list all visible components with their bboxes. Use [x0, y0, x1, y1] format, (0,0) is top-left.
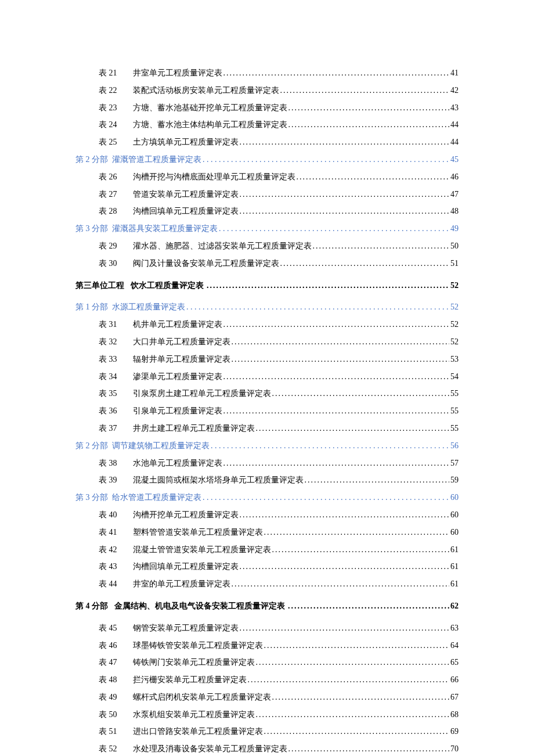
- toc-leader: [240, 135, 450, 149]
- toc-entry-title: 水处理及消毒设备安装单元工程质量评定表: [133, 742, 287, 756]
- toc-leader: [219, 222, 449, 236]
- toc-entry-prefix: 表 34: [99, 370, 127, 384]
- toc-entry-title: 金属结构、机电及电气设备安装工程质量评定表: [114, 599, 285, 613]
- toc-entry-page: 55: [450, 422, 459, 435]
- toc-entry: 表 25 土方填筑单元工程质量评定表44: [75, 135, 459, 149]
- toc-entry-title: 沟槽回填单元工程质量评定表: [133, 204, 239, 218]
- toc-entry-title: 给水管道工程质量评定表: [112, 491, 201, 505]
- toc-entry-prefix: 表 41: [99, 525, 127, 539]
- toc-entry-prefix: 表 32: [99, 335, 127, 349]
- toc-leader: [272, 543, 450, 557]
- toc-leader: [272, 387, 450, 401]
- toc-entry: 表 46 球墨铸铁管安装单元工程质量评定表64: [75, 639, 459, 653]
- toc-entry: 表 21 井室单元工程质量评定表41: [75, 66, 459, 80]
- toc-entry: 表 24 方塘、蓄水池主体结构单元工程质量评定表44: [75, 118, 459, 132]
- toc-entry-title: 阀门及计量设备安装单元工程质量评定表: [133, 257, 279, 271]
- toc-entry-page: 61: [450, 543, 459, 557]
- toc-entry-page: 65: [450, 656, 459, 669]
- toc-entry-prefix: 表 22: [99, 84, 127, 98]
- toc-entry-title: 混凝土圆筒或框架水塔塔身单元工程质量评定表: [133, 473, 304, 487]
- toc-entry-prefix: 表 47: [99, 656, 127, 669]
- toc-entry-prefix: 表 36: [99, 404, 127, 418]
- toc-leader: [280, 257, 450, 271]
- toc-entry-prefix: 表 31: [99, 318, 127, 332]
- toc-entry: 第 1 分部 水源工程质量评定表52: [75, 300, 459, 314]
- toc-entry: 第 3 分部 灌溉器具安装工程质量评定表49: [75, 222, 459, 236]
- toc-leader: [223, 456, 450, 470]
- toc-leader: [256, 422, 450, 435]
- toc-entry: 表 28 沟槽回填单元工程质量评定表48: [75, 204, 459, 218]
- toc-entry-page: 43: [450, 101, 459, 115]
- toc-entry-page: 60: [450, 491, 459, 505]
- toc-entry: 表 38 水池单元工程质量评定表57: [75, 456, 459, 470]
- toc-entry-page: 52: [450, 300, 459, 314]
- toc-entry: 表 36 引泉单元工程质量评定表55: [75, 404, 459, 418]
- toc-leader: [223, 66, 450, 80]
- toc-entry-page: 60: [450, 508, 459, 522]
- toc-entry-prefix: 第 3 分部: [75, 491, 108, 505]
- toc-entry: 第三单位工程 饮水工程质量评定表 52: [75, 279, 459, 293]
- toc-leader: [211, 439, 449, 453]
- toc-entry-page: 59: [450, 473, 459, 487]
- toc-leader: [256, 656, 450, 669]
- toc-leader: [240, 560, 450, 574]
- toc-entry-page: 49: [450, 222, 459, 236]
- toc-entry-prefix: 表 33: [99, 352, 127, 366]
- toc-leader: [207, 279, 449, 293]
- toc-entry-title: 井房土建工程单元工程质量评定表: [133, 422, 255, 435]
- toc-entry: 表 33 辐射井单元工程质量评定表53: [75, 352, 459, 366]
- toc-entry-title: 铸铁闸门安装单元工程质量评定表: [133, 656, 255, 669]
- toc-leader: [240, 508, 450, 522]
- toc-entry-page: 63: [450, 621, 459, 635]
- toc-entry: 表 27 管道安装单元工程质量评定表47: [75, 188, 459, 201]
- toc-entry: 第 3 分部 给水管道工程质量评定表60: [75, 491, 459, 505]
- toc-leader: [288, 118, 450, 132]
- toc-entry-page: 46: [450, 170, 459, 184]
- toc-entry-prefix: 表 49: [99, 690, 127, 704]
- toc-entry-prefix: 第 2 分部: [75, 439, 108, 453]
- toc-entry-title: 进出口管路安装单元工程质量评定表: [133, 725, 263, 739]
- toc-entry-page: 55: [450, 404, 459, 418]
- toc-entry: 表 29 灌水器、施肥器、过滤器安装单元工程质量评定表50: [75, 239, 459, 253]
- toc-entry-page: 57: [450, 456, 459, 470]
- toc-leader: [288, 599, 449, 613]
- toc-entry: 表 45 钢管安装单元工程质量评定表63: [75, 621, 459, 635]
- toc-leader: [232, 577, 450, 591]
- toc-entry-page: 48: [450, 204, 459, 218]
- toc-leader: [313, 239, 450, 253]
- toc-entry-prefix: 表 23: [99, 101, 127, 115]
- toc-leader: [203, 491, 449, 505]
- toc-entry-prefix: 表 42: [99, 543, 127, 557]
- toc-entry-title: 水池单元工程质量评定表: [133, 456, 222, 470]
- toc-entry: 表 50 水泵机组安装单元工程质量评定表68: [75, 708, 459, 722]
- toc-entry-page: 54: [450, 370, 459, 384]
- toc-leader: [248, 673, 450, 687]
- toc-entry-title: 钢管安装单元工程质量评定表: [133, 621, 239, 635]
- toc-entry-page: 52: [450, 279, 459, 293]
- toc-entry: 表 39 混凝土圆筒或框架水塔塔身单元工程质量评定表59: [75, 473, 459, 487]
- toc-entry-title: 拦污栅安装单元工程质量评定表: [133, 673, 247, 687]
- toc-entry: 表 48 拦污栅安装单元工程质量评定表66: [75, 673, 459, 687]
- toc-entry-page: 60: [450, 525, 459, 539]
- toc-entry: 表 52 水处理及消毒设备安装单元工程质量评定表70: [75, 742, 459, 756]
- toc-entry: 表 40 沟槽开挖单元工程质量评定表60: [75, 508, 459, 522]
- toc-entry-page: 68: [450, 708, 459, 722]
- toc-leader: [280, 84, 450, 98]
- toc-entry-prefix: 表 30: [99, 257, 127, 271]
- toc-entry-page: 66: [450, 673, 459, 687]
- toc-entry-title: 灌溉器具安装工程质量评定表: [112, 222, 218, 236]
- toc-entry-prefix: 表 26: [99, 170, 127, 184]
- toc-entry-title: 灌溉管道工程质量评定表: [112, 153, 201, 167]
- table-of-contents: 表 21 井室单元工程质量评定表41表 22 装配式活动板房安装单元工程质量评定…: [75, 66, 459, 756]
- toc-entry-title: 大口井单元工程质量评定表: [133, 335, 230, 349]
- toc-leader: [223, 370, 450, 384]
- toc-leader: [297, 170, 450, 184]
- toc-entry-title: 方塘、蓄水池主体结构单元工程质量评定表: [133, 118, 287, 132]
- toc-leader: [232, 352, 450, 366]
- toc-entry-page: 52: [450, 335, 459, 349]
- toc-entry-prefix: 表 50: [99, 708, 127, 722]
- toc-leader: [240, 188, 450, 201]
- toc-entry-prefix: 表 35: [99, 387, 127, 401]
- toc-entry-page: 42: [450, 84, 459, 98]
- toc-entry-page: 44: [450, 118, 459, 132]
